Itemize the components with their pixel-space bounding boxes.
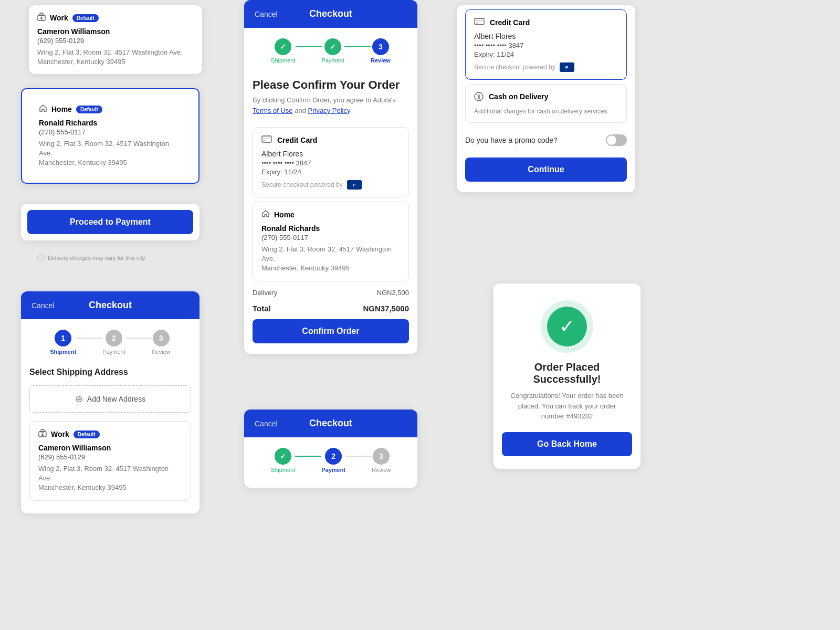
confirm-address-block: Home Ronald Richards (270) 555-0117 Wing… — [253, 202, 409, 281]
step-payment-circle: 2 — [106, 330, 122, 346]
panel-secure-row: Secure checkout powered by P — [474, 62, 618, 72]
select-address-heading: Select Shipping Address — [21, 359, 200, 381]
work-icon-2 — [38, 429, 47, 439]
checkout-step2-stepper: ✓ Shipment 2 Payment 3 Review — [244, 437, 417, 477]
checkout-work-address-card[interactable]: Work Default Cameron Williamson (629) 55… — [29, 421, 191, 501]
cod-option[interactable]: $ Cash on Delivery Additional charges fo… — [465, 84, 627, 123]
confirm-card-expiry: Expiry: 11/24 — [261, 168, 400, 176]
step2-line-1 — [295, 456, 321, 457]
svg-rect-7 — [262, 138, 271, 139]
success-inner-circle: ✓ — [547, 307, 587, 346]
confirm-order-subtext: By clicking Confirm Order, you agree to … — [244, 95, 417, 123]
confirm-step-shipment-label: Shipment — [271, 57, 295, 64]
step-review-circle: 3 — [153, 330, 170, 346]
confirm-step-line-1 — [296, 46, 322, 47]
panel-card-expiry: Expiry: 11/24 — [474, 50, 618, 58]
panel-secure-text: Secure checkout powered by — [474, 64, 555, 71]
work-address: Wing 2, Flat 3, Room 32. 4517 Washington… — [37, 48, 194, 67]
home-address-card-top[interactable]: Home Default Ronald Richards (270) 555-0… — [21, 88, 200, 184]
checkout-step1-header: Cancel Checkout — [21, 291, 200, 319]
add-new-address-button[interactable]: ⊕ Add New Address — [29, 385, 191, 413]
home-icon — [39, 104, 47, 114]
svg-rect-8 — [263, 140, 266, 141]
svg-rect-10 — [475, 20, 484, 22]
delivery-row: Delivery NGN2,500 — [244, 286, 417, 300]
step-shipment-label: Shipment — [50, 349, 76, 355]
cod-icon: $ — [474, 92, 484, 103]
confirm-step-line-2 — [344, 46, 371, 47]
cancel-step1-button[interactable]: Cancel — [32, 301, 55, 310]
credit-card-option[interactable]: Credit Card Albert Flores •••• •••• ••••… — [465, 9, 627, 80]
confirm-address-text: Wing 2, Flat 3, Room 32. 4517 Washington… — [261, 245, 400, 274]
privacy-link[interactable]: Privacy Policy — [308, 107, 350, 114]
checkout-step1-card: Cancel Checkout 1 Shipment 2 Payment 3 R… — [21, 291, 200, 513]
delivery-note: i Delivery charges may vary for this cit… — [29, 252, 202, 267]
promo-label: Do you have a promo code? — [465, 136, 558, 144]
promo-toggle[interactable] — [606, 134, 627, 146]
success-desc: Congratulations! Your order has been pla… — [494, 391, 640, 432]
panel-card-number: •••• •••• •••• 3847 — [474, 41, 618, 49]
add-address-label: Add New Address — [87, 395, 145, 403]
checkout-confirm-card: Cancel Checkout ✓ Shipment ✓ Payment 3 R… — [244, 0, 417, 354]
svg-rect-2 — [41, 17, 43, 19]
checkout-step2-title: Checkout — [309, 418, 352, 429]
home-type-label: Home — [51, 105, 72, 113]
confirm-secure-text: Secure checkout powered by — [261, 181, 343, 188]
svg-rect-11 — [476, 23, 478, 24]
checkout-confirm-header: Cancel Checkout — [244, 0, 417, 28]
cancel-step2-button[interactable]: Cancel — [255, 419, 278, 428]
home-phone: (270) 555-0117 — [39, 128, 182, 136]
svg-rect-5 — [42, 434, 44, 436]
checkout-step1-title: Checkout — [89, 300, 132, 311]
checkout-work-name: Cameron Williamson — [38, 444, 182, 452]
step2-review-circle: 3 — [373, 448, 390, 465]
confirm-address-type: Home — [274, 211, 295, 219]
confirm-step-shipment: ✓ Shipment — [271, 38, 295, 64]
step-line-1 — [76, 338, 102, 339]
home-address: Wing 2, Flat 3, Room 32. 4517 Washington… — [39, 139, 182, 168]
proceed-payment-button[interactable]: Proceed to Payment — [27, 210, 193, 234]
home-name: Ronald Richards — [39, 119, 182, 127]
checkout-step2-header: Cancel Checkout — [244, 410, 417, 437]
confirm-credit-card-block: Credit Card Albert Flores •••• •••• ••••… — [253, 127, 409, 197]
credit-card-icon-panel — [474, 17, 485, 28]
checkout-step1-stepper: 1 Shipment 2 Payment 3 Review — [21, 319, 200, 359]
info-icon: i — [37, 254, 45, 261]
panel-card-name: Albert Flores — [474, 32, 618, 40]
default-badge: Default — [72, 14, 99, 22]
work-phone: (629) 555-0129 — [37, 37, 194, 45]
cod-title-label: Cash on Delivery — [489, 92, 549, 101]
confirm-step-payment-label: Payment — [322, 57, 344, 64]
confirm-secure-row: Secure checkout powered by P — [261, 180, 400, 190]
paypal-icon-confirm: P — [347, 180, 362, 190]
step-shipment-circle: 1 — [55, 330, 71, 346]
confirm-order-title: Please Confirm Your Order — [244, 68, 417, 95]
success-title: Order Placed Successfully! — [494, 361, 640, 391]
svg-text:$: $ — [477, 94, 480, 100]
confirm-order-button[interactable]: Confirm Order — [253, 319, 409, 343]
credit-card-title-panel: Credit Card — [490, 18, 530, 27]
confirm-home-icon — [261, 209, 270, 220]
success-outer-circle: ✓ — [541, 300, 593, 353]
work-name: Cameron Williamson — [37, 27, 194, 36]
terms-link[interactable]: Terms of Use — [253, 107, 293, 114]
payment-panel: Credit Card Albert Flores •••• •••• ••••… — [457, 5, 635, 192]
step2-review: 3 Review — [372, 448, 391, 473]
paypal-icon-panel: P — [560, 62, 574, 72]
cancel-confirm-button[interactable]: Cancel — [255, 10, 278, 18]
confirm-step-payment-circle: ✓ — [324, 38, 341, 55]
checkout-confirm-stepper: ✓ Shipment ✓ Payment 3 Review — [244, 28, 417, 68]
step2-line-2 — [345, 456, 372, 457]
go-home-button[interactable]: Go Back Home — [502, 432, 632, 456]
total-label: Total — [253, 304, 271, 313]
confirm-step-review-label: Review — [371, 57, 391, 64]
step2-shipment-label: Shipment — [271, 467, 295, 473]
plus-icon: ⊕ — [75, 393, 83, 405]
confirm-card-number: •••• •••• •••• 3847 — [261, 159, 400, 167]
checkout-work-address: Wing 2, Flat 3, Room 32. 4517 Washington… — [38, 464, 182, 493]
continue-button[interactable]: Continue — [465, 158, 627, 182]
confirm-credit-card-title: Credit Card — [277, 136, 317, 144]
home-default-badge: Default — [76, 106, 102, 113]
checkout-work-badge: Default — [74, 430, 100, 438]
credit-card-icon-confirm — [261, 135, 272, 145]
